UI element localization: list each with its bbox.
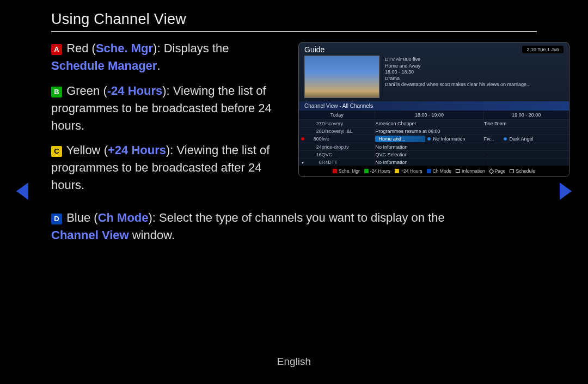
link-a: Schedule Manager <box>51 59 157 72</box>
link-d: Channel View <box>51 228 129 242</box>
badge-b: B <box>51 87 62 97</box>
item-a: A Red (Sche. Mgr): Displays the Schedule… <box>51 40 285 75</box>
guide-footer: Sche. Mgr -24 Hours +24 Hours Ch Mode In… <box>299 166 569 176</box>
info-synopsis: Dani is devastated when scott makes clea… <box>385 82 531 87</box>
channelview-label: Channel View - All Channels <box>299 101 569 111</box>
head-t1: 18:00 - 19:00 <box>375 111 483 119</box>
gf-d: Ch Mode <box>427 168 452 174</box>
color-b: Green <box>66 84 100 97</box>
grid-row[interactable]: 24price-drop.tvNo Information <box>299 143 569 150</box>
color-d: Blue <box>66 211 90 224</box>
action-d: Ch Mode <box>98 211 149 224</box>
desc-a2: . <box>157 59 160 72</box>
grid-row[interactable]: 16QVCQVC Selection <box>299 150 569 158</box>
programme-thumbnail <box>304 56 379 98</box>
action-a: Sche. Mgr <box>96 41 153 55</box>
page-title: Using Channel View <box>51 11 537 32</box>
gf-a: Sche. Mgr <box>333 168 360 174</box>
item-c: C Yellow (+24 Hours): Viewing the list o… <box>51 142 285 194</box>
info-prog: Home and Away <box>385 63 531 69</box>
info-genre: Drama <box>385 76 531 81</box>
nav-prev-icon[interactable] <box>16 182 28 200</box>
grid-row[interactable]: 28DiscoveryH&LProgrammes resume at 06:00 <box>299 127 569 135</box>
guide-panel: Guide 2:10 Tue 1 Jun DTV Air 800 five Ho… <box>298 42 569 177</box>
guide-clock: 2:10 Tue 1 Jun <box>522 46 564 53</box>
desc-d1: Select the type of channels you want to … <box>159 211 445 224</box>
color-c: Yellow <box>66 143 101 157</box>
nav-next-icon[interactable] <box>560 182 572 200</box>
item-b: B Green (-24 Hours): Viewing the list of… <box>51 82 285 135</box>
guide-title: Guide <box>304 45 324 54</box>
badge-c: C <box>51 146 62 157</box>
programme-info: DTV Air 800 five Home and Away 18:00 - 1… <box>385 56 531 98</box>
badge-a: A <box>51 44 62 55</box>
info-source: DTV Air 800 five <box>385 57 531 62</box>
head-day: Today <box>299 111 375 119</box>
gf-c: +24 Hours <box>395 168 422 174</box>
desc-d2: window. <box>129 228 175 242</box>
action-b: -24 Hours <box>107 84 162 97</box>
action-c: +24 Hours <box>108 143 166 157</box>
head-t2: 19:00 - 20:00 <box>483 111 569 119</box>
gf-sched: Schedule <box>510 168 535 174</box>
gf-page: Page <box>489 168 506 174</box>
badge-d: D <box>51 214 62 224</box>
gf-b: -24 Hours <box>364 168 390 174</box>
desc-a1: Displays the <box>164 41 229 55</box>
footer-language: English <box>0 356 588 368</box>
gf-info: Information <box>456 168 485 174</box>
grid-row[interactable]: ▾6R4DTTNo Information <box>299 158 569 166</box>
grid-row[interactable]: 27DiscoveryAmerican ChopperTine Team <box>299 119 569 127</box>
grid-row[interactable]: 800fiveHome and...No InformationFiv...Da… <box>299 135 569 143</box>
grid-header: Today 18:00 - 19:00 19:00 - 20:00 <box>299 111 569 119</box>
item-d: D Blue (Ch Mode): Select the type of cha… <box>51 209 465 244</box>
info-time: 18:00 - 18:30 <box>385 69 531 75</box>
color-a: Red <box>66 41 88 55</box>
